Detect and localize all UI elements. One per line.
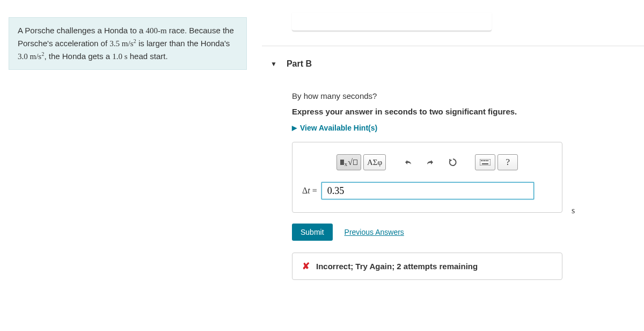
answer-unit: s bbox=[572, 206, 575, 215]
undo-icon bbox=[403, 158, 413, 167]
svg-rect-6 bbox=[482, 163, 488, 164]
part-header[interactable]: ▼ Part B bbox=[270, 59, 312, 69]
section-divider bbox=[262, 46, 644, 46]
feedback-box: ✘ Incorrect; Try Again; 2 attempts remai… bbox=[292, 253, 562, 280]
submit-row: Submit Previous Answers bbox=[292, 224, 630, 241]
collapse-icon: ▼ bbox=[270, 60, 277, 68]
text-fragment: , the Honda gets a bbox=[44, 52, 112, 61]
view-hints-link[interactable]: ▶ View Available Hint(s) bbox=[292, 124, 630, 132]
reset-button[interactable] bbox=[443, 154, 463, 170]
previous-answers-link[interactable]: Previous Answers bbox=[345, 228, 404, 236]
feedback-text: Incorrect; Try Again; 2 attempts remaini… bbox=[316, 262, 478, 271]
problem-text: A Porsche challenges a Honda to a 400-m … bbox=[18, 24, 238, 63]
answer-variable-label: Δt bbox=[302, 186, 310, 196]
accel1-value: 3.5 m/s bbox=[109, 39, 133, 48]
answer-row: Δt = bbox=[302, 182, 552, 199]
svg-rect-0 bbox=[480, 159, 491, 166]
part-title: Part B bbox=[287, 59, 312, 69]
caret-right-icon: ▶ bbox=[292, 124, 297, 132]
greek-symbols-button[interactable]: ΑΣφ bbox=[363, 154, 386, 170]
hints-label: View Available Hint(s) bbox=[300, 124, 377, 132]
submit-button[interactable]: Submit bbox=[292, 224, 333, 241]
part-content: By how many seconds? Express your answer… bbox=[292, 91, 630, 280]
equation-toolbar: x √ ΑΣφ bbox=[302, 154, 552, 170]
svg-rect-2 bbox=[482, 160, 484, 161]
reset-icon bbox=[448, 157, 458, 167]
headstart-value: 1.0 s bbox=[112, 52, 127, 61]
templates-button[interactable]: x √ bbox=[336, 154, 361, 170]
answer-input[interactable] bbox=[321, 182, 534, 199]
text-fragment: head start. bbox=[128, 52, 168, 61]
distance-value: 400-m bbox=[146, 26, 167, 35]
keyboard-icon bbox=[480, 159, 491, 166]
question-text: By how many seconds? bbox=[292, 91, 630, 100]
undo-button[interactable] bbox=[398, 154, 418, 170]
instruction-text: Express your answer in seconds to two si… bbox=[292, 107, 630, 116]
svg-rect-3 bbox=[484, 160, 485, 161]
answer-input-box: x √ ΑΣφ bbox=[292, 142, 562, 213]
previous-part-input-bottom bbox=[292, 13, 492, 31]
svg-rect-4 bbox=[486, 160, 487, 161]
svg-rect-5 bbox=[487, 160, 488, 161]
redo-icon bbox=[426, 158, 435, 167]
greek-icon: ΑΣφ bbox=[367, 158, 382, 167]
redo-button[interactable] bbox=[420, 154, 441, 170]
accel2-value: 3.0 m/s bbox=[18, 52, 41, 61]
templates-icon: x √ bbox=[340, 157, 357, 167]
svg-rect-1 bbox=[481, 160, 482, 161]
text-fragment: A Porsche challenges a Honda to a bbox=[18, 26, 146, 35]
help-button[interactable]: ? bbox=[497, 154, 518, 170]
incorrect-icon: ✘ bbox=[302, 261, 310, 272]
keyboard-button[interactable] bbox=[475, 154, 495, 170]
text-fragment: is larger than the Honda's bbox=[136, 39, 230, 48]
help-icon: ? bbox=[506, 157, 510, 168]
equals-sign: = bbox=[312, 186, 317, 196]
problem-statement: A Porsche challenges a Honda to a 400-m … bbox=[9, 17, 247, 70]
